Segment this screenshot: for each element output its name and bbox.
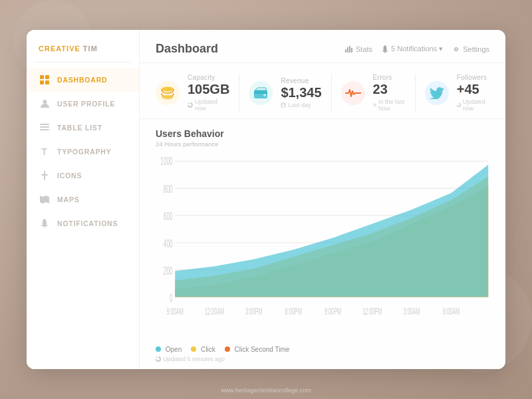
svg-rect-13 <box>349 46 350 53</box>
legend-click-second: Click Second Time <box>225 346 290 353</box>
svg-text:6:00AM: 6:00AM <box>443 307 460 317</box>
legend-open: Open <box>156 346 182 353</box>
main-content: Dashboard Stats 5 Notifications ▾ Settin… <box>140 30 505 369</box>
svg-marker-51 <box>156 356 158 358</box>
person-icon <box>39 98 51 110</box>
stats-icon <box>345 46 353 53</box>
svg-rect-15 <box>384 51 386 53</box>
chart-container: 1000 800 600 400 200 0 <box>156 153 489 342</box>
stat-followers: Followers +45 Updated now <box>416 74 489 112</box>
topbar-actions: Stats 5 Notifications ▾ Settings <box>345 45 489 53</box>
svg-text:0: 0 <box>170 293 173 305</box>
settings-button[interactable]: Settings <box>452 45 489 53</box>
revenue-label: Revenue <box>281 77 321 84</box>
chart-subtitle: 24 Hours performance <box>156 140 489 148</box>
followers-info: Followers +45 Updated now <box>457 74 489 112</box>
chart-update-text: Updated 5 minutes ago <box>163 356 225 362</box>
sidebar-item-notifications[interactable]: Notifications <box>27 211 139 235</box>
capacity-info: Capacity 105GB Updated now <box>188 74 229 112</box>
twitter-icon <box>430 87 444 99</box>
notifications-button[interactable]: 5 Notifications ▾ <box>382 45 443 53</box>
errors-value: 23 <box>373 81 406 97</box>
capacity-update-text: Updated now <box>195 98 229 112</box>
svg-rect-7 <box>40 129 49 130</box>
revenue-icon <box>249 81 273 105</box>
svg-rect-14 <box>351 48 352 53</box>
stats-row: Capacity 105GB Updated now <box>140 63 505 119</box>
chart-update: Updated 5 minutes ago <box>156 356 489 362</box>
followers-value: +45 <box>457 81 489 97</box>
sidebar-item-typography[interactable]: T Typography <box>27 140 139 164</box>
svg-rect-5 <box>40 124 49 125</box>
svg-rect-21 <box>254 91 267 94</box>
legend-dot-click <box>191 346 196 352</box>
legend-label-click: Click <box>201 346 215 353</box>
sidebar-label-icons: Icons <box>57 172 82 180</box>
area-chart-svg: 1000 800 600 400 200 0 <box>156 153 489 342</box>
svg-rect-12 <box>347 47 348 53</box>
revenue-update: Last day <box>281 102 321 108</box>
svg-text:9:00AM: 9:00AM <box>167 307 184 317</box>
stat-capacity: Capacity 105GB Updated now <box>156 74 239 112</box>
errors-icon <box>341 81 365 105</box>
svg-text:400: 400 <box>164 238 173 250</box>
bell-icon <box>39 217 51 229</box>
icons-icon <box>39 170 51 182</box>
wallet-icon <box>253 87 268 99</box>
stat-errors: Errors 23 In the last hour <box>332 74 416 112</box>
svg-point-22 <box>263 94 266 96</box>
dashboard-card: CREATIVE TIM Dashboard <box>27 30 505 369</box>
svg-rect-10 <box>44 226 46 227</box>
svg-point-18 <box>162 94 174 99</box>
followers-update: Updated now <box>457 98 489 112</box>
svg-rect-1 <box>45 75 49 79</box>
sidebar-item-dashboard[interactable]: Dashboard <box>27 68 139 92</box>
svg-point-16 <box>455 47 458 50</box>
chart-area: Users Behavior 24 Hours performance 1000… <box>140 119 505 369</box>
svg-text:6:00PM: 6:00PM <box>285 307 302 317</box>
refresh-icon <box>156 356 161 362</box>
errors-label: Errors <box>373 74 406 81</box>
table-icon <box>39 122 51 134</box>
svg-point-17 <box>162 86 174 91</box>
sidebar-item-icons[interactable]: Icons <box>27 164 139 188</box>
revenue-update-text: Last day <box>288 102 311 108</box>
capacity-value: 105GB <box>188 81 229 97</box>
svg-marker-42 <box>175 165 488 297</box>
svg-rect-11 <box>345 49 346 53</box>
sidebar-label-user-profile: User Profile <box>57 100 115 108</box>
sidebar-brand: CREATIVE TIM <box>27 30 139 62</box>
svg-text:9:00PM: 9:00PM <box>325 307 341 317</box>
legend-click: Click <box>191 346 215 353</box>
watermark: www.heritagechristiancollege.com <box>0 387 532 394</box>
svg-rect-23 <box>281 103 285 107</box>
svg-text:12:00PM: 12:00PM <box>362 307 382 317</box>
svg-text:600: 600 <box>164 211 173 223</box>
topbar: Dashboard Stats 5 Notifications ▾ Settin… <box>140 30 505 63</box>
settings-label: Settings <box>463 45 489 53</box>
svg-rect-3 <box>45 80 49 84</box>
type-icon: T <box>39 146 51 158</box>
svg-text:12:00AM: 12:00AM <box>205 307 224 317</box>
legend-label-click-second: Click Second Time <box>234 346 289 353</box>
database-icon <box>160 86 175 100</box>
brand-highlight: CREATIVE <box>39 45 80 53</box>
legend-dot-click-second <box>225 346 230 352</box>
svg-rect-2 <box>40 80 44 84</box>
sidebar-item-maps[interactable]: Maps <box>27 188 139 211</box>
sidebar-label-typography: Typography <box>57 148 112 156</box>
followers-icon <box>425 81 449 105</box>
stat-revenue: Revenue $1,345 Last day <box>239 74 331 112</box>
capacity-label: Capacity <box>188 74 229 81</box>
pulse-icon <box>345 88 361 98</box>
stats-button[interactable]: Stats <box>345 45 372 53</box>
grid-icon <box>39 74 51 86</box>
sidebar-item-user-profile[interactable]: User Profile <box>27 92 139 116</box>
page-title: Dashboard <box>156 42 218 56</box>
errors-update: In the last hour <box>373 98 406 112</box>
sidebar-divider <box>35 62 131 63</box>
capacity-icon <box>156 81 180 105</box>
sidebar-item-table-list[interactable]: Table List <box>27 116 139 140</box>
chart-title: Users Behavior <box>156 128 489 139</box>
svg-rect-0 <box>40 75 44 79</box>
